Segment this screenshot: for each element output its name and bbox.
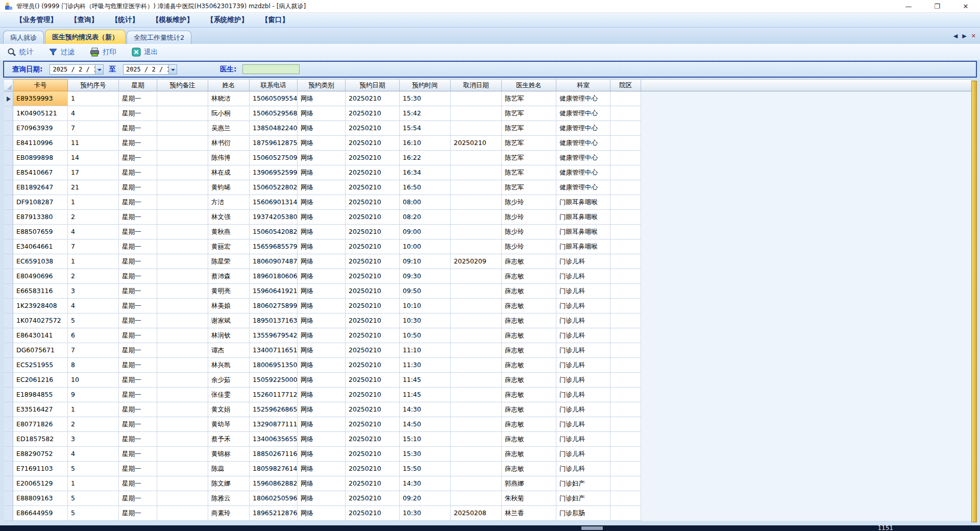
- table-row[interactable]: E807718262星期一黄幼琴13290877111网络2025021014:…: [4, 417, 641, 432]
- table-cell[interactable]: 星期一: [119, 121, 157, 136]
- table-cell[interactable]: 网络: [298, 476, 346, 491]
- tab-scroll-left-icon[interactable]: ◀: [953, 33, 958, 39]
- table-cell[interactable]: [157, 328, 208, 343]
- table-cell[interactable]: 星期一: [119, 136, 157, 151]
- table-cell[interactable]: 网络: [298, 313, 346, 328]
- table-cell[interactable]: [157, 165, 208, 180]
- table-row[interactable]: E340646617星期一黄丽宏15659685579网络2025021010:…: [4, 239, 641, 254]
- table-cell[interactable]: E18984855: [13, 388, 68, 402]
- table-cell[interactable]: [451, 417, 502, 432]
- table-cell[interactable]: [610, 165, 641, 180]
- table-cell[interactable]: E20065129: [13, 476, 68, 491]
- table-row[interactable]: E866449595星期一商素玲18965212876网络2025021010:…: [4, 506, 641, 521]
- column-header[interactable]: 预约序号: [68, 79, 119, 91]
- table-cell[interactable]: E86430141: [13, 328, 68, 343]
- table-cell[interactable]: 14:30: [400, 476, 451, 491]
- table-cell[interactable]: EC5251955: [13, 358, 68, 373]
- table-cell[interactable]: 20250210: [346, 328, 400, 343]
- table-cell[interactable]: 星期一: [119, 269, 157, 284]
- table-cell[interactable]: 15060529568: [250, 106, 298, 121]
- table-cell[interactable]: 薛志敏: [502, 254, 556, 269]
- table-cell[interactable]: [610, 284, 641, 299]
- row-indicator[interactable]: [4, 121, 13, 136]
- table-cell[interactable]: 门眼耳鼻咽喉: [556, 195, 610, 210]
- table-cell[interactable]: 郭燕娜: [502, 476, 556, 491]
- table-cell[interactable]: E86644959: [13, 506, 68, 521]
- table-cell[interactable]: 门诊儿科: [556, 358, 610, 373]
- table-cell[interactable]: 20250210: [451, 136, 502, 151]
- table-row[interactable]: EC52519558星期一林兴凯18006951350网络2025021011:…: [4, 358, 641, 373]
- table-cell[interactable]: 15:30: [400, 447, 451, 462]
- table-cell[interactable]: 门诊儿科: [556, 299, 610, 313]
- table-cell[interactable]: 15060542082: [250, 225, 298, 239]
- table-cell[interactable]: [610, 417, 641, 432]
- horizontal-scrollbar-thumb[interactable]: [581, 526, 603, 530]
- table-cell[interactable]: [610, 506, 641, 521]
- table-cell[interactable]: [157, 358, 208, 373]
- table-cell[interactable]: 7: [68, 343, 119, 358]
- table-cell[interactable]: 5: [68, 462, 119, 476]
- date-from-dropdown-icon[interactable]: [95, 65, 103, 74]
- table-cell[interactable]: 4: [68, 225, 119, 239]
- table-cell[interactable]: [610, 328, 641, 343]
- table-cell[interactable]: 15:10: [400, 432, 451, 447]
- table-cell[interactable]: 20250210: [346, 462, 400, 476]
- row-indicator[interactable]: [4, 106, 13, 121]
- table-cell[interactable]: E33516427: [13, 402, 68, 417]
- table-cell[interactable]: 黄丽宏: [208, 239, 250, 254]
- table-cell[interactable]: EC6591038: [13, 254, 68, 269]
- table-cell[interactable]: 门诊妇产: [556, 491, 610, 506]
- tab-workload-stats[interactable]: 全院工作量统计2: [127, 31, 191, 44]
- table-cell[interactable]: 门诊儿科: [556, 388, 610, 402]
- row-indicator[interactable]: [4, 462, 13, 476]
- table-cell[interactable]: 网络: [298, 491, 346, 506]
- table-cell[interactable]: [451, 491, 502, 506]
- table-row[interactable]: ED18575823星期一蔡予禾13400635655网络2025021015:…: [4, 432, 641, 447]
- table-cell[interactable]: E66583116: [13, 284, 68, 299]
- table-cell[interactable]: [451, 284, 502, 299]
- row-indicator[interactable]: [4, 417, 13, 432]
- table-cell[interactable]: E85410667: [13, 165, 68, 180]
- table-cell[interactable]: 门诊妇产: [556, 476, 610, 491]
- table-cell[interactable]: 门诊儿科: [556, 328, 610, 343]
- table-cell[interactable]: 网络: [298, 402, 346, 417]
- table-cell[interactable]: 陈艺军: [502, 106, 556, 121]
- table-cell[interactable]: 林润钦: [208, 328, 250, 343]
- table-cell[interactable]: 星期一: [119, 165, 157, 180]
- table-cell[interactable]: 网络: [298, 462, 346, 476]
- row-indicator[interactable]: [4, 506, 13, 521]
- table-cell[interactable]: [157, 91, 208, 106]
- row-indicator[interactable]: [4, 491, 13, 506]
- filter-button[interactable]: 过滤: [46, 46, 77, 58]
- table-cell[interactable]: 星期一: [119, 284, 157, 299]
- table-cell[interactable]: [157, 254, 208, 269]
- table-cell[interactable]: [451, 165, 502, 180]
- table-cell[interactable]: 星期一: [119, 373, 157, 388]
- table-cell[interactable]: [157, 313, 208, 328]
- table-cell[interactable]: 14:50: [400, 417, 451, 432]
- table-cell[interactable]: 15:42: [400, 106, 451, 121]
- table-cell[interactable]: 10:50: [400, 328, 451, 343]
- table-cell[interactable]: E34064661: [13, 239, 68, 254]
- table-cell[interactable]: E70963939: [13, 121, 68, 136]
- stats-button[interactable]: 统计: [5, 46, 35, 58]
- table-cell[interactable]: 4: [68, 447, 119, 462]
- corner-cell[interactable]: [4, 79, 13, 91]
- table-cell[interactable]: 门诊儿科: [556, 313, 610, 328]
- table-cell[interactable]: [610, 210, 641, 225]
- table-cell[interactable]: [610, 106, 641, 121]
- table-cell[interactable]: 林兴凯: [208, 358, 250, 373]
- table-cell[interactable]: 薛志敏: [502, 299, 556, 313]
- table-cell[interactable]: 16:50: [400, 180, 451, 195]
- table-cell[interactable]: [157, 476, 208, 491]
- table-cell[interactable]: 1K23928408: [13, 299, 68, 313]
- table-cell[interactable]: 健康管理中心: [556, 151, 610, 165]
- table-cell[interactable]: 网络: [298, 447, 346, 462]
- table-cell[interactable]: [451, 313, 502, 328]
- table-cell[interactable]: 网络: [298, 328, 346, 343]
- table-cell[interactable]: 薛志敏: [502, 343, 556, 358]
- table-cell[interactable]: 薛志敏: [502, 388, 556, 402]
- table-cell[interactable]: 20250210: [346, 121, 400, 136]
- table-cell[interactable]: 1: [68, 91, 119, 106]
- row-indicator[interactable]: [4, 358, 13, 373]
